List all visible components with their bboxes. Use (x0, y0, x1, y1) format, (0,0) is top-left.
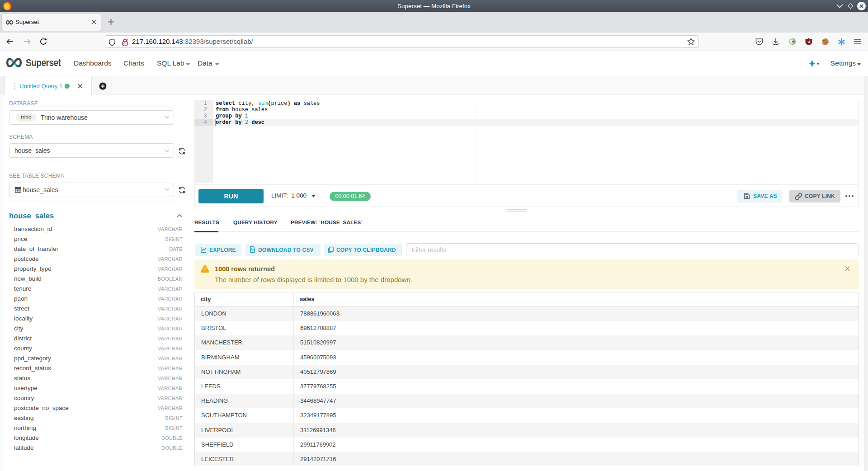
svg-text:U: U (807, 40, 810, 43)
